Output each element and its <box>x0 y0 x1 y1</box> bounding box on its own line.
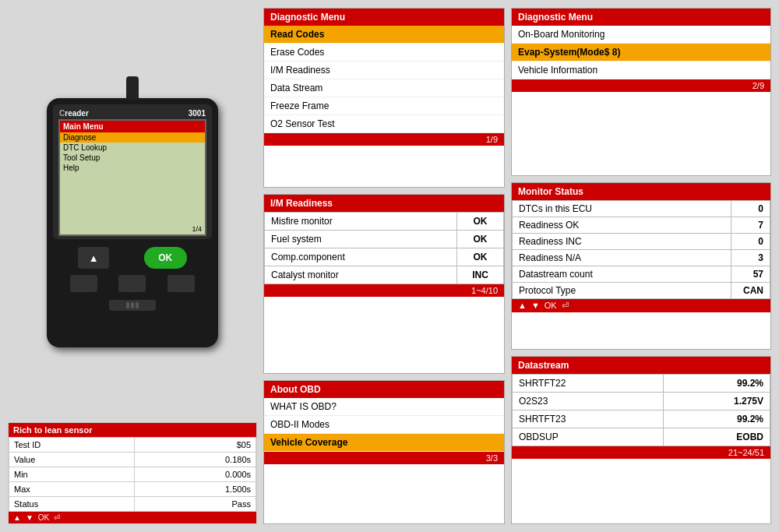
ds-label-2: SHRTFT23 <box>513 410 664 428</box>
menu-item-freeze-frame[interactable]: Freeze Frame <box>264 97 504 115</box>
sensor-value-2: 0.000s <box>134 467 256 482</box>
menu-item-on-board[interactable]: On-Board Monitoring <box>512 26 770 44</box>
monitor-footer-back[interactable]: ⏎ <box>562 301 569 311</box>
datastream-table: SHRTFT22 99.2% O2S23 1.275V SHRTFT23 99.… <box>512 374 770 446</box>
menu-item-data-stream[interactable]: Data Stream <box>264 79 504 97</box>
menu-item-erase-codes[interactable]: Erase Codes <box>264 44 504 62</box>
sensor-panel-header: Rich to lean sensor <box>9 423 256 437</box>
middle-column: Diagnostic Menu Read Codes Erase Codes I… <box>263 8 505 524</box>
im-label-1: Fuel system <box>265 230 457 248</box>
monitor-footer-up[interactable]: ▲ <box>518 301 527 311</box>
footer-down-icon[interactable]: ▼ <box>26 513 33 522</box>
table-row: OBDSUP EOBD <box>513 428 770 446</box>
table-row: Protocol Type CAN <box>513 282 770 298</box>
nav-up-btn[interactable]: ▲ <box>78 247 109 269</box>
ds-value-0: 99.2% <box>663 375 770 393</box>
table-row: Datastream count 57 <box>513 266 770 282</box>
diag-menu-2-header: Diagnostic Menu <box>512 9 770 26</box>
diag-menu-1-header: Diagnostic Menu <box>264 9 504 26</box>
sensor-label-0: Test ID <box>9 438 135 453</box>
im-label-2: Comp.component <box>265 248 457 266</box>
right-column: Diagnostic Menu On-Board Monitoring Evap… <box>511 8 771 524</box>
table-row: Test ID $05 <box>9 438 256 453</box>
sensor-value-3: 1.500s <box>134 482 256 497</box>
about-obd-body: WHAT IS OBD? OBD-II Modes Vehicle Covera… <box>264 398 504 452</box>
im-value-3: INC <box>457 266 504 284</box>
monitor-label-5: Protocol Type <box>513 282 731 298</box>
monitor-status-footer: ▲ ▼ OK ⏎ <box>512 299 770 312</box>
screen-menu-item-help[interactable]: Help <box>60 163 205 173</box>
sensor-value-4: Pass <box>134 497 256 512</box>
im-value-0: OK <box>457 212 504 230</box>
menu-item-read-codes[interactable]: Read Codes <box>264 26 504 44</box>
ds-value-1: 1.275V <box>663 393 770 410</box>
monitor-label-1: Readiness OK <box>513 217 731 233</box>
im-readiness-footer: 1~4/10 <box>264 284 504 297</box>
sensor-panel-footer: ▲ ▼ OK ⏎ <box>9 512 256 523</box>
table-row: O2S23 1.275V <box>513 393 770 410</box>
menu-item-evap[interactable]: Evap-System(Mode$ 8) <box>512 44 770 62</box>
btn-menu[interactable] <box>118 275 146 292</box>
table-row: Misfire monitor OK <box>265 212 504 230</box>
sensor-value-0: $05 <box>134 438 256 453</box>
screen-page: 1/4 <box>192 225 202 233</box>
diag-menu-1-body: Read Codes Erase Codes I/M Readiness Dat… <box>264 26 504 133</box>
monitor-value-0: 0 <box>731 200 770 217</box>
monitor-footer-down[interactable]: ▼ <box>531 301 540 311</box>
monitor-value-3: 3 <box>731 249 770 266</box>
footer-up-icon[interactable]: ▲ <box>13 513 21 522</box>
diag-menu-1-footer: 1/9 <box>264 133 504 146</box>
screen-menu-item-dtc[interactable]: DTC Lookup <box>60 143 205 153</box>
btn-back[interactable] <box>70 275 97 292</box>
monitor-status-table: DTCs in this ECU 0 Readiness OK 7 Readin… <box>512 200 770 299</box>
sensor-label-4: Status <box>9 497 135 512</box>
table-row: DTCs in this ECU 0 <box>513 200 770 217</box>
diag-menu-2-body: On-Board Monitoring Evap-System(Mode$ 8)… <box>512 26 770 79</box>
sensor-value-1: 0.180s <box>134 453 256 467</box>
table-row: Readiness N/A 3 <box>513 249 770 266</box>
menu-item-o2-sensor[interactable]: O2 Sensor Test <box>264 115 504 133</box>
diag-menu-2-footer: 2/9 <box>512 79 770 92</box>
sensor-label-2: Min <box>9 467 135 482</box>
monitor-status-header: Monitor Status <box>512 183 770 200</box>
screen-menu-item-toolsetup[interactable]: Tool Setup <box>60 153 205 163</box>
im-readiness-table: Misfire monitor OK Fuel system OK Comp.c… <box>264 212 504 284</box>
ds-value-2: 99.2% <box>663 410 770 428</box>
monitor-label-3: Readiness N/A <box>513 249 731 266</box>
screen-menu-item-diagnose[interactable]: Diagnose <box>60 132 205 143</box>
footer-ok-btn[interactable]: OK <box>38 513 49 522</box>
monitor-label-2: Readiness INC <box>513 233 731 249</box>
sensor-label-1: Value <box>9 453 135 467</box>
ds-value-3: EOBD <box>663 428 770 446</box>
table-row: SHRTFT22 99.2% <box>513 375 770 393</box>
brand-name: Creader <box>59 109 89 118</box>
diag-menu-1-panel: Diagnostic Menu Read Codes Erase Codes I… <box>263 8 505 188</box>
btn-extra[interactable] <box>167 275 195 292</box>
table-row: Min 0.000s <box>9 467 256 482</box>
datastream-header: Datastream <box>512 357 770 374</box>
about-obd-header: About OBD <box>264 381 504 398</box>
monitor-footer-ok[interactable]: OK <box>545 301 557 311</box>
monitor-value-4: 57 <box>731 266 770 282</box>
im-value-2: OK <box>457 248 504 266</box>
footer-back-icon[interactable]: ⏎ <box>54 513 60 522</box>
obd-item-what[interactable]: WHAT IS OBD? <box>264 398 504 416</box>
main-container: Creader 3001 Main Menu Diagnose DTC Look… <box>0 0 779 532</box>
obd-item-modes[interactable]: OBD-II Modes <box>264 416 504 434</box>
ds-label-0: SHRTFT22 <box>513 375 664 393</box>
monitor-status-panel: Monitor Status DTCs in this ECU 0 Readin… <box>511 182 771 351</box>
diag-menu-2-panel: Diagnostic Menu On-Board Monitoring Evap… <box>511 8 771 176</box>
table-row: Status Pass <box>9 497 256 512</box>
table-row: Fuel system OK <box>265 230 504 248</box>
ds-label-3: OBDSUP <box>513 428 664 446</box>
ok-btn[interactable]: OK <box>144 247 187 269</box>
monitor-value-2: 0 <box>731 233 770 249</box>
im-label-3: Catalyst monitor <box>265 266 457 284</box>
table-row: SHRTFT23 99.2% <box>513 410 770 428</box>
menu-item-im-readiness[interactable]: I/M Readiness <box>264 62 504 79</box>
monitor-label-0: DTCs in this ECU <box>513 200 731 217</box>
sensor-table: Test ID $05 Value 0.180s Min 0.000s Max … <box>9 437 256 512</box>
menu-item-vehicle-info[interactable]: Vehicle Information <box>512 62 770 79</box>
datastream-footer: 21~24/51 <box>512 446 770 459</box>
obd-item-coverage[interactable]: Vehicle Coverage <box>264 434 504 452</box>
